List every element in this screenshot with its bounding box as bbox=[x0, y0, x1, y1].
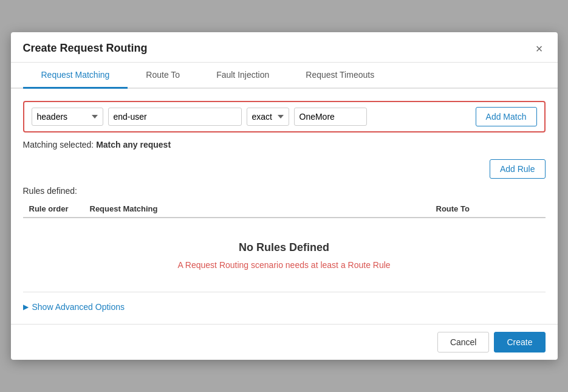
modal-body: headers uri method queryParams exact pre… bbox=[11, 89, 558, 324]
create-button[interactable]: Create bbox=[494, 332, 545, 352]
match-key-input[interactable] bbox=[108, 108, 242, 126]
add-match-button[interactable]: Add Match bbox=[476, 107, 537, 126]
tab-request-timeouts[interactable]: Request Timeouts bbox=[287, 63, 392, 89]
no-rules-title: No Rules Defined bbox=[23, 241, 546, 254]
modal-header: Create Request Routing × bbox=[11, 32, 558, 63]
match-value-input[interactable] bbox=[294, 108, 367, 126]
modal-title: Create Request Routing bbox=[23, 42, 148, 55]
matching-selected-value: Match any request bbox=[96, 140, 171, 150]
matching-selected-label: Matching selected: Match any request bbox=[23, 140, 546, 150]
modal-footer: Cancel Create bbox=[11, 324, 558, 360]
table-header: Rule order Request Matching Route To bbox=[23, 201, 546, 218]
col-route-to: Route To bbox=[436, 204, 546, 213]
tab-fault-injection[interactable]: Fault Injection bbox=[198, 63, 287, 89]
tab-route-to[interactable]: Route To bbox=[128, 63, 198, 89]
chevron-right-icon: ▶ bbox=[23, 303, 29, 311]
rules-defined-label: Rules defined: bbox=[23, 186, 546, 196]
col-request-matching: Request Matching bbox=[90, 204, 436, 213]
divider bbox=[23, 292, 546, 292]
advanced-options-label: Show Advanced Options bbox=[32, 302, 125, 312]
add-rule-row: Add Rule bbox=[23, 159, 546, 179]
tab-bar: Request Matching Route To Fault Injectio… bbox=[11, 63, 558, 89]
no-rules-section: No Rules Defined A Request Routing scena… bbox=[23, 223, 546, 282]
no-rules-subtitle: A Request Routing scenario needs at leas… bbox=[23, 260, 546, 270]
match-row: headers uri method queryParams exact pre… bbox=[23, 101, 546, 132]
match-type-select[interactable]: headers uri method queryParams bbox=[32, 108, 103, 126]
add-rule-button[interactable]: Add Rule bbox=[490, 159, 546, 179]
match-operator-select[interactable]: exact prefix regex bbox=[247, 108, 289, 126]
cancel-button[interactable]: Cancel bbox=[437, 332, 490, 352]
create-request-routing-modal: Create Request Routing × Request Matchin… bbox=[11, 32, 558, 360]
col-rule-order: Rule order bbox=[23, 204, 90, 213]
tab-request-matching[interactable]: Request Matching bbox=[23, 63, 128, 89]
close-button[interactable]: × bbox=[533, 43, 546, 55]
advanced-options-toggle[interactable]: ▶ Show Advanced Options bbox=[23, 302, 546, 312]
